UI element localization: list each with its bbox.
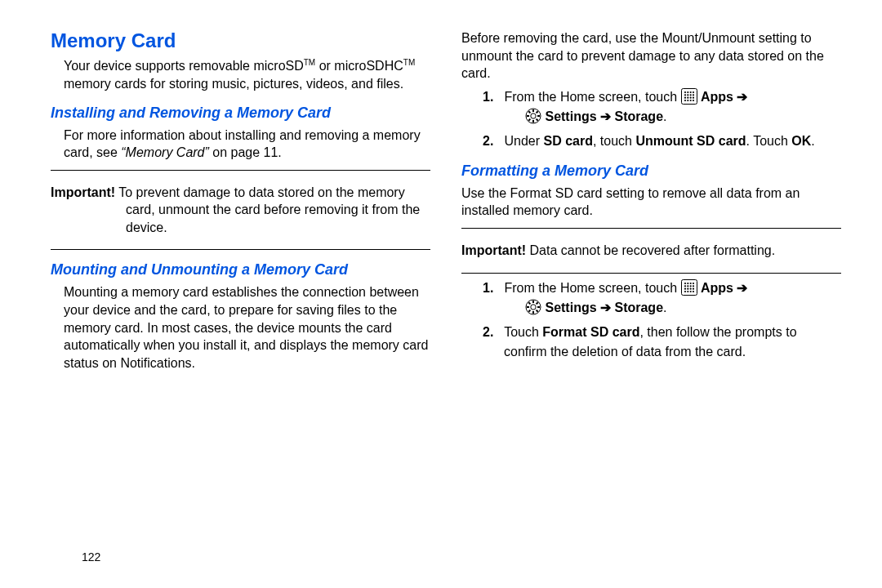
- apps-grid-icon: [681, 279, 697, 296]
- svg-point-32: [684, 285, 685, 287]
- section-title-install: Installing and Removing a Memory Card: [51, 105, 430, 122]
- svg-point-42: [689, 290, 691, 292]
- step-text: . Touch: [746, 134, 792, 148]
- important-note: Important! Data cannot be recovered afte…: [461, 242, 841, 260]
- svg-point-26: [531, 114, 536, 118]
- step-text: From the Home screen, touch: [504, 90, 680, 104]
- step-text: Under: [504, 134, 543, 148]
- svg-point-37: [687, 287, 688, 289]
- trademark-symbol: TM: [403, 58, 415, 67]
- svg-point-13: [684, 100, 685, 101]
- svg-point-39: [692, 287, 693, 289]
- period: .: [663, 109, 666, 123]
- step-item: From the Home screen, touch Apps ➔ Setti…: [483, 278, 841, 318]
- svg-point-12: [692, 96, 693, 98]
- mount-paragraph: Mounting a memory card establishes the c…: [51, 283, 430, 372]
- arrow-icon: ➔: [597, 301, 615, 314]
- arrow-icon: ➔: [597, 109, 615, 123]
- important-note: Important! To prevent damage to data sto…: [51, 184, 430, 237]
- storage-label: Storage: [614, 109, 663, 123]
- step-item: From the Home screen, touch Apps ➔ Setti…: [483, 87, 841, 127]
- divider: [461, 273, 841, 274]
- format-paragraph: Use the Format SD card setting to remove…: [461, 185, 841, 220]
- unmount-label: Unmount SD card: [635, 134, 746, 148]
- step-text: From the Home screen, touch: [504, 281, 680, 295]
- svg-point-10: [687, 96, 688, 98]
- apps-label-text: Apps: [701, 90, 733, 104]
- storage-label: Storage: [614, 301, 663, 314]
- svg-point-9: [684, 96, 685, 98]
- important-label: Important!: [51, 185, 115, 199]
- ok-label: OK: [791, 134, 811, 148]
- manual-page: Memory Card Your device supports removab…: [0, 0, 882, 375]
- svg-point-4: [692, 91, 693, 93]
- svg-point-40: [684, 290, 685, 292]
- divider: [461, 228, 841, 229]
- important-label: Important!: [461, 243, 526, 257]
- format-steps: From the Home screen, touch Apps ➔ Setti…: [461, 278, 841, 362]
- arrow-icon: ➔: [733, 90, 747, 104]
- svg-point-31: [692, 282, 693, 283]
- svg-point-29: [687, 282, 688, 283]
- important-text: To prevent damage to data stored on the …: [115, 185, 420, 234]
- svg-point-35: [692, 285, 693, 287]
- svg-point-28: [684, 282, 685, 283]
- unmount-steps: From the Home screen, touch Apps ➔ Setti…: [461, 87, 841, 151]
- svg-point-1: [684, 91, 685, 93]
- page-number: 122: [82, 550, 100, 564]
- step-text: , touch: [593, 134, 635, 148]
- step-text: Touch: [504, 325, 542, 339]
- svg-point-36: [684, 287, 685, 289]
- section-title-format: Formatting a Memory Card: [461, 163, 841, 180]
- arrow-icon: ➔: [733, 281, 747, 295]
- svg-point-2: [687, 91, 688, 93]
- step-item: Touch Format SD card, then follow the pr…: [483, 323, 841, 362]
- intro-text-a: Your device supports removable microSD: [64, 59, 304, 73]
- period: .: [663, 301, 666, 314]
- svg-point-33: [687, 285, 688, 287]
- install-paragraph: For more information about installing an…: [51, 127, 430, 162]
- divider: [51, 249, 430, 250]
- svg-point-30: [689, 282, 691, 283]
- format-sd-label: Format SD card: [542, 325, 639, 339]
- apps-label-text: Apps: [701, 281, 733, 295]
- period: .: [811, 134, 814, 148]
- settings-label: Settings: [545, 301, 596, 314]
- svg-point-11: [689, 96, 691, 98]
- svg-point-14: [687, 100, 688, 101]
- install-text-b: on page 11.: [209, 145, 282, 159]
- section-title-mount: Mounting and Unmounting a Memory Card: [51, 261, 430, 278]
- svg-point-15: [689, 100, 691, 101]
- svg-rect-0: [681, 88, 697, 104]
- svg-point-43: [692, 290, 693, 292]
- important-text: Data cannot be recovered after formattin…: [526, 243, 775, 257]
- svg-point-41: [687, 290, 688, 292]
- apps-grid-icon: [681, 88, 697, 105]
- page-title: Memory Card: [51, 29, 430, 52]
- svg-point-5: [684, 94, 685, 96]
- step-item: Under SD card, touch Unmount SD card. To…: [483, 131, 841, 151]
- intro-text-c: memory cards for storing music, pictures…: [64, 77, 403, 91]
- sd-card-label: SD card: [543, 134, 592, 148]
- settings-label: Settings: [545, 109, 596, 123]
- cross-reference: “Memory Card”: [121, 145, 209, 159]
- unmount-paragraph: Before removing the card, use the Mount/…: [461, 29, 841, 82]
- intro-paragraph: Your device supports removable microSDTM…: [51, 57, 430, 93]
- svg-point-38: [689, 287, 691, 289]
- svg-point-34: [689, 285, 691, 287]
- svg-point-6: [687, 94, 688, 96]
- svg-point-16: [692, 100, 693, 101]
- trademark-symbol: TM: [304, 58, 315, 67]
- divider: [51, 170, 430, 171]
- settings-gear-icon: [525, 299, 541, 315]
- left-column: Memory Card Your device supports removab…: [51, 29, 430, 375]
- svg-rect-27: [681, 279, 697, 295]
- intro-text-b: or microSDHC: [315, 59, 403, 73]
- right-column: Before removing the card, use the Mount/…: [461, 29, 841, 375]
- svg-point-3: [689, 91, 691, 93]
- svg-point-53: [531, 304, 536, 309]
- svg-point-8: [692, 94, 693, 96]
- svg-point-7: [689, 94, 691, 96]
- settings-gear-icon: [525, 108, 541, 124]
